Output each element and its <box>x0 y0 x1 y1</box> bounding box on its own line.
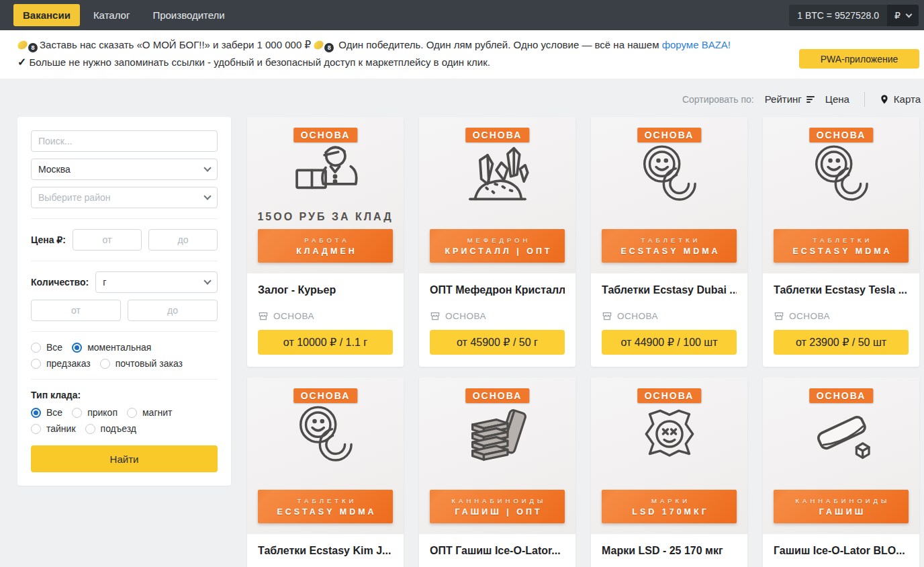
divider <box>31 331 218 332</box>
stash-radio-group-option-4[interactable]: подъезд <box>85 423 136 434</box>
product-card[interactable]: ОСНОВА КАННАБИНОИДЫ ГАШИШ | ОПТ ОПТ Гаши… <box>419 378 575 567</box>
product-card[interactable]: ОСНОВА МЕФЕДРОН КРИСТАЛЛ | ОПТ ОПТ Мефед… <box>419 117 575 367</box>
radio-circle[interactable] <box>31 343 41 353</box>
district-select[interactable]: Выберите район <box>31 187 218 208</box>
price-button[interactable]: от 44900 ₽ / 100 шт <box>602 330 737 355</box>
courier-icon <box>247 138 404 208</box>
product-card[interactable]: ОСНОВА МАРКИ LSD 170МКГ Марки LSD - 25 1… <box>591 378 747 567</box>
category-banner: МАРКИ LSD 170МКГ <box>602 490 737 523</box>
product-title[interactable]: ОПТ Мефедрон Кристалл <box>430 284 565 296</box>
sort-order-icon <box>806 96 815 103</box>
radio-circle[interactable] <box>127 408 137 418</box>
stash-radio-group-option-0[interactable]: Все <box>31 407 62 418</box>
unit-value: г <box>103 277 106 288</box>
stash-radio-group-option-1[interactable]: прикоп <box>72 407 118 418</box>
smiley-pills-icon <box>763 138 919 208</box>
shop-name: ОСНОВА <box>789 311 830 321</box>
announcement-line-2: ✓Больше не нужно запоминать ссылки - удо… <box>17 54 907 71</box>
nav-tab-catalog[interactable]: Каталог <box>84 4 140 26</box>
banner-line-2: ECSTASY MDMA <box>790 247 892 256</box>
price-button[interactable]: от 45900 ₽ / 50 г <box>430 330 565 355</box>
shop-name: ОСНОВА <box>617 311 658 321</box>
main-content: Сортировать по: Рейтинг Цена Карта Москв… <box>0 79 924 567</box>
radio-circle[interactable] <box>85 424 95 434</box>
product-title[interactable]: Гашиш Ice-O-Lator BLO... <box>774 545 909 557</box>
lemon-icon <box>313 40 325 50</box>
product-card[interactable]: ОСНОВА ТАБЛЕТКИ ECSTASY MDMA Таблетки Ec… <box>763 117 919 367</box>
map-pin-icon <box>880 93 889 105</box>
product-card[interactable]: ОСНОВА КАННАБИНОИДЫ ГАШИШ Гашиш Ice-O-La… <box>763 378 919 567</box>
product-card[interactable]: ОСНОВА ТАБЛЕТКИ ECSTASY MDMA Таблетки Ec… <box>247 378 404 567</box>
sort-bar: Сортировать по: Рейтинг Цена Карта <box>17 79 921 117</box>
product-title[interactable]: Таблетки Ecstasy Tesla ... <box>774 284 909 296</box>
storefront-icon <box>258 311 269 321</box>
price-from-input[interactable] <box>73 229 142 251</box>
radio-circle[interactable] <box>72 343 82 353</box>
product-image: ОСНОВА МАРКИ LSD 170МКГ <box>591 378 747 534</box>
product-image: ОСНОВА ТАБЛЕТКИ ECSTASY MDMA <box>591 117 747 273</box>
product-title[interactable]: ОПТ Гашиш Ice-O-Lator... <box>430 545 565 557</box>
price-button[interactable]: от 23900 ₽ / 50 шт <box>774 330 909 355</box>
product-card[interactable]: ОСНОВА ТАБЛЕТКИ ECSTASY MDMA Таблетки Ec… <box>591 117 747 367</box>
stash-radio-group-option-2[interactable]: магнит <box>127 407 172 418</box>
delivery-radio-group-option-0[interactable]: Все <box>31 342 62 353</box>
eightball-icon <box>28 43 38 52</box>
price-filter-label: Цена ₽: <box>31 234 66 245</box>
sort-by-rating[interactable]: Рейтинг <box>765 93 815 105</box>
radio-circle[interactable] <box>72 408 82 418</box>
find-button[interactable]: Найти <box>31 445 218 472</box>
hash-bar-icon <box>763 399 919 469</box>
radio-circle[interactable] <box>100 359 110 369</box>
crystals-icon <box>419 138 575 208</box>
radio-circle[interactable] <box>31 424 41 434</box>
nav-tab-vacancies[interactable]: Вакансии <box>13 4 80 26</box>
banner-line-1: МАРКИ <box>648 497 690 505</box>
product-title[interactable]: Залог - Курьер <box>258 284 393 296</box>
product-image: ОСНОВА КАННАБИНОИДЫ ГАШИШ <box>763 378 919 534</box>
announcement-text-3: Больше не нужно запоминать ссылки - удоб… <box>29 56 490 68</box>
map-button[interactable]: Карта <box>880 93 921 105</box>
delivery-radio-group-option-3[interactable]: почтовый заказ <box>100 358 183 369</box>
banner-line-2: КРИСТАЛЛ | ОПТ <box>442 247 552 256</box>
shop-row[interactable]: ОСНОВА <box>430 311 565 321</box>
sort-by-price[interactable]: Цена <box>825 93 849 105</box>
radio-circle[interactable] <box>31 408 41 418</box>
banner-line-2: ГАШИШ | ОПТ <box>452 507 542 517</box>
price-to-input[interactable] <box>148 229 218 251</box>
currency-selector[interactable]: ₽ <box>887 5 919 26</box>
shop-row[interactable]: ОСНОВА <box>602 311 737 321</box>
product-title[interactable]: Таблетки Ecstasy Dubai ... <box>602 284 737 296</box>
product-title[interactable]: Марки LSD - 25 170 мкг <box>602 545 737 557</box>
delivery-radio-group-option-1[interactable]: моментальная <box>72 342 151 353</box>
radio-label: тайник <box>46 423 76 434</box>
radio-circle[interactable] <box>31 359 41 369</box>
banner-line-2: КЛАДМЕН <box>293 247 357 256</box>
price-button[interactable]: от 10000 ₽ / 1.1 г <box>258 330 393 355</box>
banner-line-2: ECSTASY MDMA <box>274 507 376 517</box>
smiley-pills-icon <box>591 138 747 208</box>
banner-line-1: МЕФЕДРОН <box>464 236 531 244</box>
city-select[interactable]: Москва <box>31 159 218 180</box>
search-input[interactable] <box>31 130 218 152</box>
nav-tab-manufacturers[interactable]: Производители <box>143 4 234 26</box>
banner-line-1: ТАБЛЕТКИ <box>294 497 357 505</box>
unit-select[interactable]: г <box>95 271 218 293</box>
pwa-app-button[interactable]: PWA-приложение <box>799 49 919 69</box>
product-info: Таблетки Ecstasy Dubai ... ОСНОВА от 449… <box>591 273 747 367</box>
product-title[interactable]: Таблетки Ecstasy Kim J... <box>258 545 393 557</box>
category-banner: ТАБЛЕТКИ ECSTASY MDMA <box>774 229 909 263</box>
shop-name: ОСНОВА <box>445 311 486 321</box>
chevron-down-icon <box>906 11 913 17</box>
delivery-radio-group-option-2[interactable]: предзаказ <box>31 358 91 369</box>
category-banner: ТАБЛЕТКИ ECSTASY MDMA <box>258 490 393 523</box>
shop-row[interactable]: ОСНОВА <box>258 311 393 321</box>
banner-line-1: РАБОТА <box>301 236 349 244</box>
product-card[interactable]: ОСНОВА 15OO РУБ ЗА КЛАД РАБОТА КЛАДМЕН З… <box>247 117 404 367</box>
forum-baza-link[interactable]: форуме BAZA! <box>662 39 731 50</box>
product-image: ОСНОВА 15OO РУБ ЗА КЛАД РАБОТА КЛАДМЕН <box>247 117 404 273</box>
stash-radio-group-option-3[interactable]: тайник <box>31 423 76 434</box>
shop-row[interactable]: ОСНОВА <box>774 311 909 321</box>
radio-label: Все <box>46 407 62 418</box>
quantity-from-input[interactable] <box>31 300 121 321</box>
quantity-to-input[interactable] <box>128 300 218 321</box>
